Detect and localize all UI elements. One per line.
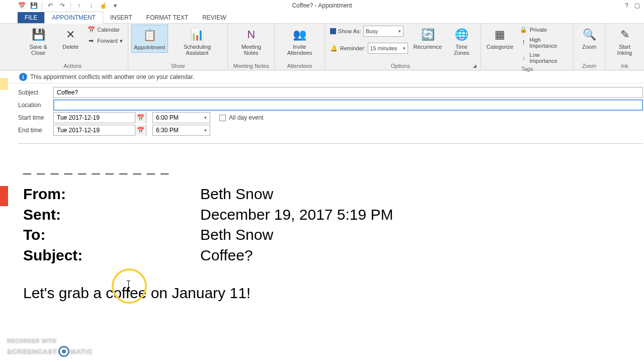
calendar-picker-icon[interactable]: 📅 [135, 125, 146, 136]
reminder-row: 🔔 Reminder: 15 minutes [328, 42, 410, 55]
delete-button[interactable]: ✕ Delete [58, 25, 83, 52]
end-date-input[interactable]: Tue 2017-12-19 📅 [53, 125, 146, 136]
reminder-dropdown[interactable]: 15 minutes [368, 43, 408, 54]
title-bar: 📅 💾 ↶ ↷ ↑ ↓ ☝ ▾ Coffee? - Appointment ? … [0, 0, 644, 11]
tab-format-text[interactable]: FORMAT TEXT [139, 12, 195, 23]
to-label: To: [23, 225, 200, 245]
zoom-icon: 🔍 [581, 27, 597, 43]
help-icon[interactable]: ? [625, 2, 628, 9]
group-label-ink: Ink [608, 62, 641, 70]
subject-label: Subject [18, 89, 53, 96]
end-time-input[interactable]: 6:30 PM [152, 125, 210, 136]
all-day-checkbox[interactable]: All day event [219, 114, 264, 121]
email-header: From: Beth Snow Sent: December 19, 2017 … [23, 184, 638, 265]
group-label-zoom: Zoom [577, 62, 602, 70]
from-value: Beth Snow [200, 184, 273, 205]
zoom-button[interactable]: 🔍 Zoom [577, 25, 602, 52]
time-zones-button[interactable]: 🌐 Time Zones [445, 25, 477, 58]
options-dialog-launcher-icon[interactable]: ◢ [473, 63, 477, 68]
location-label: Location [18, 102, 53, 109]
info-icon: i [19, 73, 27, 81]
attendees-icon: 👥 [291, 27, 307, 43]
group-label-attendees: Attendees [278, 62, 321, 70]
bell-icon: 🔔 [330, 44, 338, 52]
maximize-icon[interactable]: ▢ [634, 2, 640, 9]
qat-dropdown-icon[interactable]: ▾ [111, 2, 119, 10]
forward-icon: ➡ [87, 37, 95, 45]
high-importance-button[interactable]: ! High Importance [518, 36, 570, 50]
busy-square-icon [330, 28, 336, 34]
scheduling-assistant-button[interactable]: 📊 Scheduling Assistant [170, 25, 225, 58]
group-attendees: 👥 Invite Attendees Attendees [275, 24, 325, 70]
show-as-dropdown[interactable]: Busy [363, 26, 404, 37]
start-date-input[interactable]: Tue 2017-12-19 📅 [53, 112, 146, 123]
quick-access-toolbar: 📅 💾 ↶ ↷ ↑ ↓ ☝ ▾ [0, 2, 119, 10]
checkbox-icon [219, 115, 226, 121]
group-label-show: Show [131, 62, 225, 70]
group-label-tags: Tags [484, 65, 570, 73]
redo-icon[interactable]: ↷ [58, 2, 66, 10]
group-label-meeting-notes: Meeting Notes [231, 62, 271, 70]
text-cursor [128, 281, 129, 292]
appointment-button[interactable]: 📋 Appointment [131, 25, 168, 53]
low-importance-icon: ↓ [520, 54, 528, 62]
globe-icon: 🌐 [453, 27, 469, 43]
categorize-icon: ▦ [492, 27, 508, 43]
high-importance-icon: ! [520, 39, 527, 47]
ribbon-tabs: FILE APPOINTMENT INSERT FORMAT TEXT REVI… [0, 11, 644, 24]
location-input[interactable] [53, 100, 643, 111]
window-title: Coffee? - Appointment [292, 2, 352, 9]
email-message: Let's grab a coffee on January 11! [23, 285, 638, 302]
appointment-body[interactable]: _ _ _ _ _ _ _ _ _ _ _ From: Beth Snow Se… [18, 143, 643, 317]
group-show: 📋 Appointment 📊 Scheduling Assistant Sho… [128, 24, 228, 70]
separator-dashes: _ _ _ _ _ _ _ _ _ _ _ [23, 159, 638, 175]
down-arrow-icon[interactable]: ↓ [87, 2, 95, 10]
pen-icon: ✎ [617, 27, 633, 43]
delete-icon: ✕ [62, 27, 78, 43]
appointment-icon: 📋 [141, 27, 157, 43]
save-close-button[interactable]: 💾 Save & Close [21, 25, 56, 58]
invite-attendees-button[interactable]: 👥 Invite Attendees [278, 25, 321, 58]
group-meeting-notes: N Meeting Notes Meeting Notes [228, 24, 275, 70]
start-time-input[interactable]: 6:00 PM [152, 112, 210, 123]
group-zoom: 🔍 Zoom Zoom [574, 24, 605, 70]
group-actions: 💾 Save & Close ✕ Delete 📅 Calendar ➡ For… [18, 24, 128, 70]
calendar-button[interactable]: 📅 Calendar [85, 25, 124, 35]
tab-insert[interactable]: INSERT [103, 12, 139, 23]
undo-icon[interactable]: ↶ [46, 2, 54, 10]
edge-marker-yellow [0, 78, 8, 90]
to-value: Beth Snow [200, 225, 273, 245]
calendar-small-icon: 📅 [87, 26, 95, 34]
categorize-button[interactable]: ▦ Categorize [484, 25, 516, 52]
forward-button[interactable]: ➡ Forward ▾ [85, 36, 124, 46]
scheduling-icon: 📊 [189, 27, 205, 43]
body-subject-value: Coffee? [200, 245, 253, 266]
start-inking-button[interactable]: ✎ Start Inking [608, 25, 641, 58]
up-arrow-icon[interactable]: ↑ [75, 2, 83, 10]
low-importance-button[interactable]: ↓ Low Importance [518, 51, 570, 65]
from-label: From: [23, 184, 200, 205]
touch-mode-icon[interactable]: ☝ [99, 2, 107, 10]
tab-file[interactable]: FILE [18, 12, 44, 23]
tab-appointment[interactable]: APPOINTMENT [44, 12, 103, 24]
chevron-down-icon: ▾ [120, 38, 123, 44]
meeting-notes-button[interactable]: N Meeting Notes [231, 25, 271, 58]
subject-input[interactable] [53, 87, 643, 98]
sent-label: Sent: [23, 205, 200, 225]
recurrence-icon: 🔄 [420, 27, 436, 43]
group-options: Show As: Busy 🔔 Reminder: 15 minutes 🔄 R… [325, 24, 481, 70]
calendar-picker-icon[interactable]: 📅 [135, 112, 146, 123]
recurrence-button[interactable]: 🔄 Recurrence [412, 25, 444, 52]
show-as-row: Show As: Busy [328, 25, 410, 38]
screencast-watermark: RECORDED WITH SCREENCAST MATIC [7, 338, 93, 357]
save-close-icon: 💾 [30, 27, 46, 43]
lock-icon: 🔒 [520, 26, 528, 34]
private-button[interactable]: 🔒 Private [518, 25, 570, 35]
conflict-message: This appointment conflicts with another … [30, 73, 194, 80]
save-icon[interactable]: 💾 [30, 2, 38, 10]
calendar-icon[interactable]: 📅 [18, 2, 26, 10]
onenote-icon: N [243, 27, 259, 43]
group-label-actions: Actions [21, 62, 125, 70]
group-tags: ▦ Categorize 🔒 Private ! High Importance… [481, 24, 574, 70]
tab-review[interactable]: REVIEW [195, 12, 233, 23]
